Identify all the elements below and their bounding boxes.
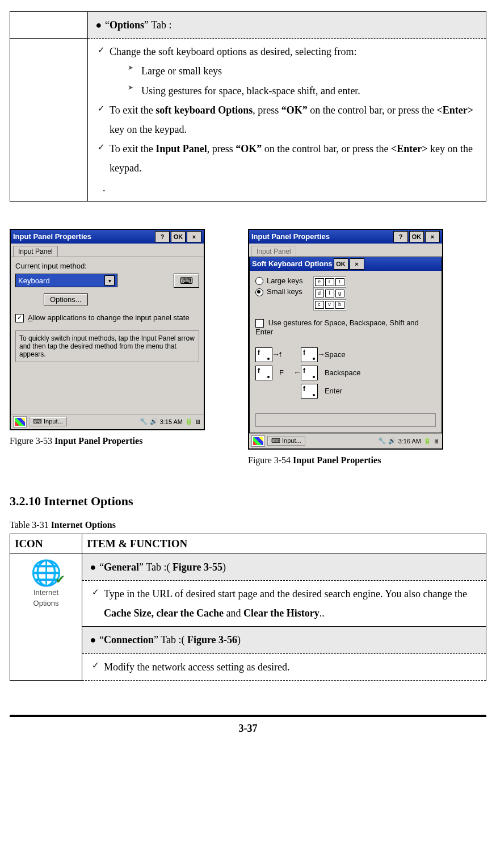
- connection-tab-body: Modify the network access setting as des…: [104, 657, 289, 677]
- connection-tab-header: “Connection” Tab :( Figure 3-56): [99, 630, 241, 649]
- options-button[interactable]: Options...: [44, 293, 88, 305]
- taskbar-button[interactable]: ⌨ Input...: [267, 436, 305, 446]
- figure-caption: Figure 3-54 Input Panel Properties: [248, 455, 452, 466]
- label-small-keys: Small keys: [267, 287, 302, 296]
- taskbar-button[interactable]: ⌨ Input...: [29, 417, 67, 426]
- empty-icon-cell: [10, 12, 88, 39]
- bullet-icon: ●: [87, 630, 99, 649]
- ok-button[interactable]: OK: [409, 231, 424, 242]
- tray-icon: 🔊: [150, 418, 158, 425]
- gesture-icon: [301, 366, 318, 380]
- gesture-icon: [301, 384, 318, 399]
- gesture-F: F: [279, 368, 284, 377]
- close-button[interactable]: ×: [350, 258, 364, 270]
- table-caption: Table 3-31 Internet Options: [10, 520, 486, 530]
- figure-soft-keyboard-options: Input Panel Properties ? OK × Input Pane…: [248, 229, 443, 450]
- general-tab-body: Type in the URL of desired start page an…: [104, 584, 481, 623]
- tray-icon: 🔧: [140, 418, 148, 425]
- tab-input-panel[interactable]: Input Panel: [13, 246, 58, 257]
- icon-label: Internet: [15, 588, 77, 597]
- key-preview-icon: ert: [313, 276, 346, 288]
- options-table: ● “Options” Tab : ✓Change the soft keybo…: [10, 11, 486, 202]
- list-item: ✓To exit the soft keyboard Options, pres…: [93, 100, 481, 139]
- list-text: Change the soft keyboard options as desi…: [110, 42, 356, 61]
- list-item: ➤Using gestures for space, black-space s…: [93, 81, 481, 100]
- trailing-dot: .: [93, 178, 481, 198]
- list-item: ✓Change the soft keyboard options as des…: [93, 42, 481, 61]
- list-item: ➤Large or small keys: [93, 61, 481, 81]
- ok-button[interactable]: OK: [171, 231, 186, 242]
- checkbox-allow-apps[interactable]: ✓: [15, 314, 24, 322]
- col-item-function: ITEM & FUNCTION: [82, 534, 486, 553]
- list-text: Large or small keys: [141, 61, 222, 81]
- check-icon: ✓: [93, 42, 110, 58]
- gesture-icon: [255, 347, 272, 362]
- tray-icon: 🗏: [434, 438, 440, 445]
- check-icon: ✔: [55, 572, 65, 587]
- tray-icon: 🔋: [185, 418, 193, 425]
- label-space: Space: [325, 350, 346, 359]
- check-icon: ✓: [93, 100, 110, 117]
- start-icon[interactable]: [251, 435, 265, 447]
- clock: 3:16 AM: [398, 438, 421, 445]
- figure-input-panel-properties: Input Panel Properties ? OK × Input Pane…: [10, 229, 205, 430]
- help-button[interactable]: ?: [393, 231, 408, 242]
- label-large-keys: Large keys: [267, 276, 303, 285]
- keyboard-icon[interactable]: ⌨: [174, 274, 199, 288]
- gesture-icon: [255, 366, 272, 380]
- soft-dialog-title: Soft Keyboard Options: [252, 259, 333, 268]
- triangle-icon: ➤: [120, 81, 141, 94]
- tray-icon: 🔧: [378, 437, 386, 445]
- options-tab-header: “Options” Tab :: [105, 15, 171, 35]
- radio-large-keys[interactable]: [255, 277, 263, 285]
- list-text: To exit the Input Panel, press “OK” on t…: [110, 139, 481, 178]
- tray-icon: 🔊: [388, 437, 396, 445]
- label-current-method: Current input method:: [15, 262, 199, 270]
- bullet-icon: ●: [87, 557, 99, 577]
- start-icon[interactable]: [13, 416, 27, 427]
- check-icon: ✓: [93, 139, 110, 156]
- label-backspace: Backspace: [325, 368, 361, 377]
- check-icon: ✓: [87, 584, 104, 601]
- clock: 3:15 AM: [160, 418, 183, 425]
- label-gestures: Use gestures for Space, Backspace, Shift…: [255, 318, 419, 336]
- page-number: 3-37: [10, 715, 486, 735]
- chevron-down-icon[interactable]: ▾: [104, 275, 115, 286]
- checkbox-gestures[interactable]: [255, 319, 264, 328]
- section-heading: 3.2.10 Internet Options: [10, 494, 486, 509]
- close-button[interactable]: ×: [187, 231, 201, 242]
- tab-input-panel: Input Panel: [251, 246, 296, 257]
- bullet-icon: ●: [93, 15, 105, 35]
- list-item: ✓To exit the Input Panel, press “OK” on …: [93, 139, 481, 178]
- method-combobox[interactable]: Keyboard▾: [15, 274, 117, 287]
- icon-label: Options: [15, 599, 77, 608]
- tray-icon: 🗏: [195, 418, 201, 425]
- dialog-title: Input Panel Properties: [13, 232, 91, 241]
- triangle-icon: ➤: [120, 61, 141, 74]
- key-preview-icon: dfg: [313, 288, 346, 299]
- figure-caption: Figure 3-53 Input Panel Properties: [10, 436, 214, 446]
- help-button[interactable]: ?: [155, 231, 170, 242]
- hint-text: To quickly switch input methods, tap the…: [15, 330, 199, 362]
- key-preview-icon: cvb: [313, 299, 346, 311]
- internet-options-table: ICON ITEM & FUNCTION 🌐 ✔ Internet Option…: [10, 534, 486, 681]
- list-text: Using gestures for space, black-space sh…: [141, 81, 360, 100]
- general-tab-header: “General” Tab :( Figure 3-55): [99, 557, 226, 577]
- check-icon: ✓: [87, 657, 104, 674]
- list-text: To exit the soft keyboard Options, press…: [110, 100, 481, 139]
- tray-icon: 🔋: [423, 437, 431, 445]
- close-button[interactable]: ×: [425, 231, 440, 242]
- ok-button[interactable]: OK: [334, 258, 348, 270]
- col-icon: ICON: [10, 534, 82, 553]
- radio-small-keys[interactable]: [255, 288, 263, 296]
- label-enter: Enter: [325, 387, 342, 395]
- dialog-title: Input Panel Properties: [251, 232, 330, 241]
- gesture-icon: [301, 347, 318, 362]
- label-allow-apps: Allow applications to change the input p…: [28, 313, 190, 322]
